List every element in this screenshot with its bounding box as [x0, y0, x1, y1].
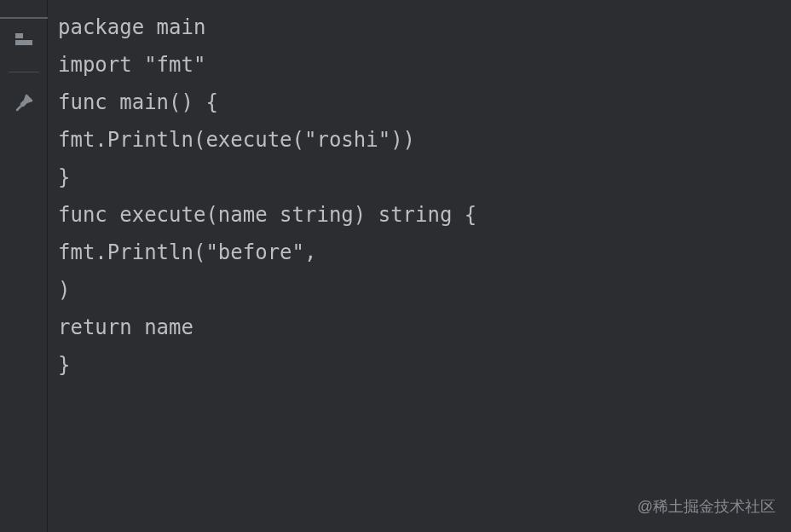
code-line: fmt.Println("before", [58, 234, 791, 271]
code-line: func execute(name string) string { [58, 196, 791, 234]
pin-icon[interactable] [0, 79, 48, 127]
code-line: func main() { [58, 84, 791, 121]
sidebar [0, 0, 48, 532]
svg-rect-0 [15, 33, 23, 38]
code-line: fmt.Println(execute("roshi")) [58, 121, 791, 159]
code-editor[interactable]: package main import "fmt" func main() { … [48, 0, 791, 532]
code-line: return name [58, 309, 791, 346]
sidebar-divider [9, 72, 39, 72]
svg-rect-1 [15, 40, 32, 45]
code-line: ) [58, 271, 791, 309]
code-line: package main [58, 9, 791, 46]
code-line: import "fmt" [58, 46, 791, 84]
structure-icon[interactable] [0, 17, 48, 65]
code-line: } [58, 346, 791, 384]
watermark: @稀土掘金技术社区 [638, 496, 776, 517]
code-line: } [58, 159, 791, 196]
